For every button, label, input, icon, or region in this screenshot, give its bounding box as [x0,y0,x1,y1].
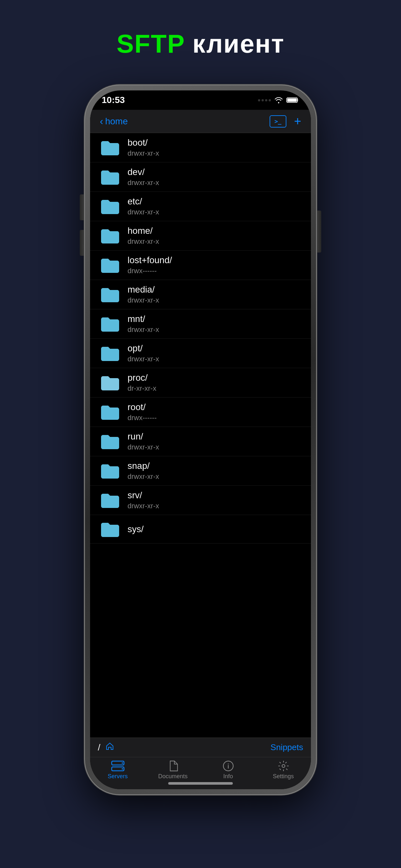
file-permissions: drwxr-xr-x [127,502,159,510]
file-list: boot/drwxr-xr-x dev/drwxr-xr-x etc/drwxr… [90,133,311,738]
file-permissions: drwxr-xr-x [127,179,159,187]
file-name: media/ [127,284,159,295]
folder-icon [100,344,120,362]
folder-icon [100,227,120,245]
file-name: home/ [127,226,159,236]
list-item[interactable]: mnt/drwxr-xr-x [90,309,311,339]
notch [162,90,239,104]
folder-icon [100,285,120,304]
nav-actions: >_ + [270,114,301,128]
power-button [317,211,321,252]
folder-icon [100,315,120,333]
list-item[interactable]: srv/drwxr-xr-x [90,486,311,515]
file-permissions: drwx------ [127,414,157,422]
breadcrumb-bar: / Snippets [90,738,311,757]
folder-icon [100,520,120,538]
home-icon[interactable] [105,741,115,753]
back-button[interactable]: ‹ home [100,115,128,127]
breadcrumb-path: / [98,741,115,753]
battery-icon [286,97,299,104]
list-item[interactable]: etc/drwxr-xr-x [90,192,311,221]
file-name: opt/ [127,343,159,353]
file-name: dev/ [127,167,159,177]
file-permissions: drwxr-xr-x [127,208,159,216]
volume-up-button [80,194,84,220]
file-name: proc/ [127,373,156,383]
folder-icon [100,197,120,215]
file-name: mnt/ [127,314,159,324]
list-item[interactable]: opt/drwxr-xr-x [90,339,311,368]
status-icons [258,97,299,104]
file-permissions: drwxr-xr-x [127,355,159,363]
list-item[interactable]: proc/dr-xr-xr-x [90,368,311,398]
documents-tab-label: Documents [158,773,188,780]
terminal-button[interactable]: >_ [270,115,286,128]
file-name: boot/ [127,137,159,148]
signal-icon [258,99,271,101]
list-item[interactable]: lost+found/drwx------ [90,251,311,280]
home-indicator [168,782,233,785]
phone-frame: 10:53 [84,85,317,795]
list-item[interactable]: run/drwxr-xr-x [90,427,311,456]
folder-icon [100,432,120,451]
list-item[interactable]: home/drwxr-xr-x [90,221,311,251]
phone-screen: 10:53 [90,90,311,789]
file-name: root/ [127,402,157,412]
breadcrumb-slash: / [98,742,100,753]
file-permissions: drwx------ [127,267,172,275]
folder-icon [100,491,120,509]
file-name: lost+found/ [127,255,172,266]
list-item[interactable]: media/drwxr-xr-x [90,280,311,309]
file-name: srv/ [127,490,159,500]
svg-point-8 [282,765,285,768]
app-title: SFTP клиент [117,29,284,59]
file-permissions: drwxr-xr-x [127,326,159,334]
list-item[interactable]: dev/drwxr-xr-x [90,162,311,192]
file-name: run/ [127,431,159,442]
svg-point-7 [227,764,228,764]
wifi-icon [274,97,283,104]
settings-tab-label: Settings [273,773,294,780]
file-permissions: drwxr-xr-x [127,296,159,305]
status-time: 10:53 [102,95,125,105]
servers-icon [111,761,125,771]
list-item[interactable]: snap/drwxr-xr-x [90,456,311,486]
snippets-button[interactable]: Snippets [271,742,303,752]
svg-rect-1 [287,98,297,102]
file-permissions: dr-xr-xr-x [127,384,156,393]
svg-point-4 [122,763,123,764]
servers-tab-label: Servers [107,773,127,780]
app-title-rest: клиент [185,29,284,58]
file-name: sys/ [127,524,144,534]
list-item[interactable]: boot/drwxr-xr-x [90,133,311,162]
list-item[interactable]: sys/ [90,515,311,544]
folder-icon [100,138,120,157]
add-button[interactable]: + [294,114,301,128]
nav-back-label: home [105,116,128,127]
svg-point-5 [122,768,123,770]
tab-servers[interactable]: Servers [94,761,142,780]
file-name: snap/ [127,461,159,471]
file-name: etc/ [127,196,159,207]
volume-down-button [80,230,84,256]
back-chevron-icon: ‹ [100,115,103,127]
folder-icon [100,168,120,186]
folder-icon [100,374,120,392]
list-item[interactable]: root/drwx------ [90,398,311,427]
tab-settings[interactable]: Settings [259,761,308,780]
navigation-bar: ‹ home >_ + [90,110,311,133]
documents-icon [166,761,180,771]
file-permissions: drwxr-xr-x [127,149,159,158]
tab-documents[interactable]: Documents [149,761,197,780]
file-permissions: drwxr-xr-x [127,237,159,246]
app-title-sftp: SFTP [117,29,185,58]
folder-icon [100,403,120,421]
folder-icon [100,256,120,274]
file-permissions: drwxr-xr-x [127,472,159,481]
tab-info[interactable]: Info [204,761,252,780]
folder-icon [100,462,120,480]
file-permissions: drwxr-xr-x [127,443,159,452]
settings-icon [277,761,290,771]
phone-body: 10:53 [84,85,317,795]
info-icon [221,761,235,771]
